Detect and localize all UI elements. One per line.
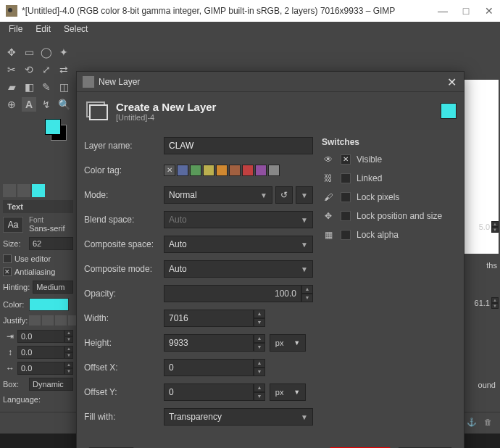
color-tag-3[interactable] <box>203 165 214 176</box>
width-down[interactable]: ▼ <box>254 318 265 327</box>
spacing-up[interactable]: ▲ <box>64 346 73 352</box>
linked-checkbox[interactable] <box>341 173 351 183</box>
justify-right-icon[interactable] <box>55 315 67 325</box>
gradient-tool[interactable]: ◧ <box>22 80 36 94</box>
alpha-icon: ▦ <box>322 228 335 241</box>
minimize-button[interactable]: — <box>438 6 448 16</box>
color-tag-2[interactable] <box>190 165 201 176</box>
width-label: Width: <box>84 313 164 323</box>
crop-tool[interactable]: ✂ <box>4 62 19 77</box>
opacity-down[interactable]: ▼ <box>301 294 313 302</box>
letter-spacing-slider[interactable]: 0.0 <box>17 362 64 375</box>
indent-down[interactable]: ▼ <box>64 336 73 343</box>
font-value[interactable]: Sans-serif <box>29 224 73 233</box>
path-tool[interactable]: ↯ <box>39 97 54 112</box>
indent-slider[interactable]: 0.0 <box>17 330 64 343</box>
text-tool[interactable]: A <box>22 97 36 112</box>
fill-dropdown[interactable]: Transparency▼ <box>164 408 313 426</box>
wand-tool[interactable]: ✦ <box>57 45 71 59</box>
lspacing-down[interactable]: ▼ <box>64 368 73 375</box>
clone-tool[interactable]: ⊕ <box>4 97 19 112</box>
mode-menu-button[interactable]: ▼ <box>296 186 313 204</box>
close-window-button[interactable]: ✕ <box>484 6 494 16</box>
box-value[interactable]: Dynamic <box>29 378 73 391</box>
scale-tool[interactable]: ⤢ <box>39 62 54 77</box>
rotate-tool[interactable]: ⟲ <box>22 62 36 77</box>
opacity-slider[interactable]: 100.0 <box>164 285 301 302</box>
lock-alpha-checkbox[interactable] <box>341 230 351 240</box>
justify-left-icon[interactable] <box>29 315 41 325</box>
height-up[interactable]: ▲ <box>254 334 265 343</box>
line-spacing-icon: ↕ <box>3 347 17 357</box>
color-tag-0[interactable] <box>164 165 175 176</box>
visible-checkbox[interactable] <box>341 154 351 165</box>
layer-name-input[interactable] <box>164 137 313 154</box>
font-preview-icon[interactable]: Aa <box>3 217 23 233</box>
blend-space-dropdown: Auto▼ <box>164 211 313 228</box>
selection-tool[interactable]: ▭ <box>22 45 36 59</box>
size-input[interactable] <box>29 237 73 250</box>
justify-label: Justify: <box>3 316 26 325</box>
reset-icon: ↺ <box>280 190 288 200</box>
mode-label: Mode: <box>84 190 164 200</box>
text-color-well[interactable] <box>29 298 69 311</box>
color-swatches[interactable] <box>45 119 74 139</box>
offsety-up[interactable]: ▲ <box>254 383 265 392</box>
composite-space-dropdown[interactable]: Auto▼ <box>164 236 313 253</box>
composite-mode-dropdown[interactable]: Auto▼ <box>164 260 313 278</box>
foreground-swatch[interactable] <box>45 119 61 135</box>
size-unit-dropdown[interactable]: px▼ <box>270 334 306 352</box>
offset-unit-dropdown[interactable]: px▼ <box>270 383 306 401</box>
svg-rect-2 <box>83 76 94 88</box>
color-tag-6[interactable] <box>242 165 254 176</box>
mode-dropdown[interactable]: Normal▼ <box>164 186 272 204</box>
status-icon-7[interactable]: ⚓ <box>467 418 478 429</box>
flip-tool[interactable]: ⇄ <box>57 62 71 77</box>
offsetx-down[interactable]: ▼ <box>254 368 265 376</box>
mode-reset-button[interactable]: ↺ <box>275 186 293 204</box>
lasso-tool[interactable]: ◯ <box>39 45 54 59</box>
width-input[interactable]: 7016 <box>164 310 254 327</box>
options-tab-icon[interactable] <box>3 184 16 197</box>
color-tag-5[interactable] <box>229 165 241 176</box>
offsety-input[interactable]: 0 <box>164 383 254 401</box>
menubar: File Edit Select <box>0 22 500 36</box>
menu-edit[interactable]: Edit <box>30 22 57 36</box>
color-tag-8[interactable] <box>268 165 280 176</box>
opacity-up[interactable]: ▲ <box>301 285 313 294</box>
eraser-tool[interactable]: ◫ <box>57 80 71 94</box>
lock-position-checkbox[interactable] <box>341 211 351 221</box>
height-label: Height: <box>84 338 164 348</box>
offsetx-input[interactable]: 0 <box>164 359 254 376</box>
offsety-down[interactable]: ▼ <box>254 392 265 401</box>
height-down[interactable]: ▼ <box>254 343 265 352</box>
zoom-tool[interactable]: 🔍 <box>57 97 71 112</box>
bucket-tool[interactable]: ▰ <box>4 80 19 94</box>
maximize-button[interactable]: □ <box>461 6 471 16</box>
spacing-down[interactable]: ▼ <box>64 352 73 359</box>
use-editor-checkbox[interactable] <box>3 254 12 263</box>
menu-file[interactable]: File <box>3 22 28 36</box>
lock-pixels-checkbox[interactable] <box>341 192 351 202</box>
indent-up[interactable]: ▲ <box>64 330 73 336</box>
color-tag-1[interactable] <box>177 165 188 176</box>
offsetx-up[interactable]: ▲ <box>254 359 265 368</box>
width-up[interactable]: ▲ <box>254 310 265 318</box>
color-tag-7[interactable] <box>255 165 267 176</box>
color-tag-4[interactable] <box>216 165 228 176</box>
move-tool[interactable]: ✥ <box>4 45 19 59</box>
toolbox: ✥ ▭ ◯ ✦ ✂ ⟲ ⤢ ⇄ ▰ ◧ ✎ ◫ ⊕ A ↯ 🔍 <box>1 42 74 139</box>
options-tab-color[interactable] <box>32 184 45 197</box>
options-tab-icon2[interactable] <box>17 184 30 197</box>
height-input[interactable]: 9933 <box>164 334 254 352</box>
antialiasing-checkbox[interactable] <box>3 267 12 276</box>
status-icon-8[interactable]: 🗑 <box>484 418 496 429</box>
line-spacing-slider[interactable]: 0.0 <box>17 346 64 359</box>
justify-center-icon[interactable] <box>42 315 54 325</box>
lspacing-up[interactable]: ▲ <box>64 362 73 368</box>
hinting-value[interactable]: Medium <box>33 281 73 294</box>
tool-options-panel: Text Aa Font Sans-serif Size: Use editor… <box>0 181 76 407</box>
brush-tool[interactable]: ✎ <box>39 80 54 94</box>
dialog-close-button[interactable]: ✕ <box>445 75 458 88</box>
menu-select[interactable]: Select <box>58 22 93 36</box>
